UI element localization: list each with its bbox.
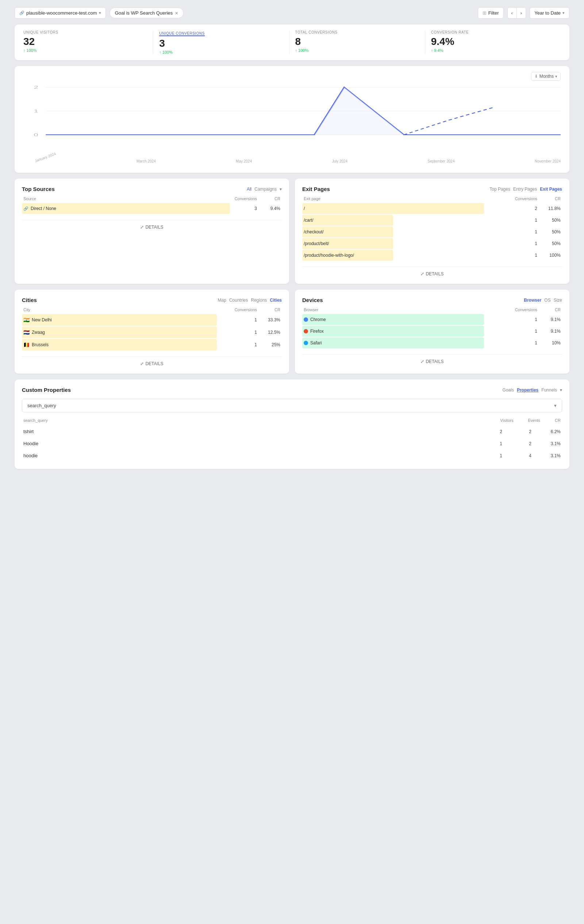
svg-text:0: 0 [34, 132, 38, 137]
tab-campaigns[interactable]: Campaigns [254, 186, 277, 192]
row-label: /product/hoodie-with-logo/ [304, 253, 354, 258]
browser-dot [304, 329, 308, 333]
tab-exit-pages[interactable]: Exit Pages [540, 186, 562, 192]
list-item[interactable]: 🇧🇪 Brussels 1 25% [22, 339, 282, 351]
col-browser: Browser [304, 307, 318, 312]
list-item[interactable]: /product/hoodie-with-logo/ 1 100% [302, 250, 562, 261]
row-cr: 11.8% [546, 206, 561, 211]
tab-map[interactable]: Map [218, 298, 226, 303]
tab-countries[interactable]: Countries [229, 298, 248, 303]
tab-goals[interactable]: Goals [503, 388, 514, 393]
row-cr: 33.3% [266, 317, 280, 322]
svg-text:1: 1 [34, 109, 38, 113]
stats-bar: UNIQUE VISITORS 32 ↑ 100% UNIQUE CONVERS… [15, 25, 569, 60]
tab-all[interactable]: All [247, 186, 252, 192]
svg-text:2: 2 [34, 85, 38, 89]
domain-selector[interactable]: 🔗 plausible-woocommerce-test.com ▾ [15, 7, 106, 19]
list-item[interactable]: /cart/ 1 50% [302, 215, 562, 226]
list-item[interactable]: Hoodie 1 2 3.1% [22, 437, 562, 450]
goal-close-button[interactable]: × [175, 10, 178, 16]
list-item[interactable]: / 2 11.8% [302, 203, 562, 214]
devices-title: Devices [302, 297, 323, 303]
filter-button[interactable]: ⊞ Filter [478, 7, 504, 19]
stat-total-conversions[interactable]: TOTAL CONVERSIONS 8 ↑ 100% [290, 30, 425, 54]
months-button[interactable]: ⬇ Months ▾ [531, 72, 561, 81]
filter-icon: ⊞ [482, 10, 487, 16]
stat-conversion-rate[interactable]: CONVERSION RATE 9.4% ↑ 9.4% [425, 30, 561, 54]
top-sources-panel: Top Sources All Campaigns ▾ Source Conve… [15, 178, 289, 284]
cities-panel: Cities Map Countries Regions Cities City… [15, 290, 289, 374]
col-city: City [23, 307, 30, 312]
tab-entry-pages[interactable]: Entry Pages [513, 186, 537, 192]
cp-row-cr: 3.1% [546, 453, 561, 458]
total-conversions-label: TOTAL CONVERSIONS [295, 30, 419, 34]
date-range-selector[interactable]: Year to Date ▾ [530, 7, 569, 19]
prev-arrow[interactable]: ‹ [508, 8, 517, 18]
row-conversions: 1 [242, 317, 257, 322]
list-item[interactable]: /checkout/ 1 50% [302, 226, 562, 238]
cp-dropdown[interactable]: search_query ▾ [22, 399, 562, 412]
exit-pages-details-button[interactable]: ⤢ DETAILS [421, 271, 444, 276]
browser-dot [304, 341, 308, 345]
campaigns-chevron-icon: ▾ [280, 186, 282, 192]
stat-unique-visitors[interactable]: UNIQUE VISITORS 32 ↑ 100% [23, 30, 153, 54]
top-sources-rows: 🔗 Direct / None 3 9.4% [22, 203, 282, 214]
row-cr: 12.5% [266, 330, 280, 335]
tab-funnels[interactable]: Funnels [541, 388, 557, 393]
expand-icon-devices: ⤢ [421, 359, 424, 364]
flag-icon: 🇳🇱 [23, 330, 30, 335]
list-item[interactable]: Chrome 1 9.1% [302, 314, 562, 325]
x-label-nov: November 2024 [535, 159, 561, 163]
cities-details-button[interactable]: ⤢ DETAILS [140, 361, 163, 366]
tab-properties[interactable]: Properties [517, 388, 538, 393]
cp-col-property: search_query [23, 418, 48, 422]
cp-row-visitors: 2 [488, 429, 502, 434]
devices-details-button[interactable]: ⤢ DETAILS [421, 359, 444, 364]
list-item[interactable]: 🇳🇱 Zwaag 1 12.5% [22, 327, 282, 338]
col-conversions-cities: Conversions [235, 307, 257, 312]
tab-top-pages[interactable]: Top Pages [489, 186, 510, 192]
tab-os[interactable]: OS [544, 298, 550, 303]
cp-col-events: Events [528, 418, 540, 422]
cp-row-cr: 3.1% [546, 441, 561, 446]
tab-regions[interactable]: Regions [251, 298, 267, 303]
row-label: /product/belt/ [304, 241, 329, 246]
chart-area: 2 1 0 January 2024 March 2024 May 2024 J… [23, 84, 561, 164]
cp-row-events: 2 [517, 429, 531, 434]
cp-row-label: hoodie [23, 453, 38, 458]
list-item[interactable]: /product/belt/ 1 50% [302, 238, 562, 249]
funnels-chevron-icon: ▾ [560, 388, 562, 393]
list-item[interactable]: hoodie 1 4 3.1% [22, 450, 562, 462]
date-nav: ‹ › [507, 7, 526, 19]
row-cr: 9.1% [546, 317, 561, 322]
row-label: Zwaag [32, 330, 45, 335]
date-range-label: Year to Date [535, 10, 561, 16]
row-conversions: 2 [523, 206, 537, 211]
tab-size[interactable]: Size [554, 298, 562, 303]
x-label-may: May 2024 [236, 159, 252, 163]
row-label: / [304, 206, 305, 211]
next-arrow[interactable]: › [517, 8, 526, 18]
top-sources-details-button[interactable]: ⤢ DETAILS [140, 224, 163, 230]
tab-browser[interactable]: Browser [524, 298, 541, 303]
list-item[interactable]: 🔗 Direct / None 3 9.4% [22, 203, 282, 214]
cities-col-headers: City Conversions CR [22, 307, 282, 312]
list-item[interactable]: 🇮🇳 New Delhi 1 33.3% [22, 314, 282, 326]
col-conversions-ep: Conversions [515, 196, 537, 201]
unique-visitors-label: UNIQUE VISITORS [23, 30, 147, 34]
stat-unique-conversions[interactable]: UNIQUE CONVERSIONS 3 ↑ 100% [153, 30, 289, 54]
row-cr: 10% [546, 340, 561, 345]
list-item[interactable]: Firefox 1 9.1% [302, 326, 562, 337]
top-sources-col-headers: Source Conversions CR [22, 196, 282, 201]
list-item[interactable]: tshirt 2 2 6.2% [22, 426, 562, 437]
row-label: Chrome [310, 317, 326, 322]
row-label: Brussels [32, 342, 49, 347]
cities-rows: 🇮🇳 New Delhi 1 33.3% 🇳🇱 Zwaag 1 12.5% 🇧🇪… [22, 314, 282, 351]
cp-table-header: search_query Visitors Events CR [22, 417, 562, 424]
filter-label: Filter [489, 10, 499, 16]
tab-cities[interactable]: Cities [270, 298, 282, 303]
row-conversions: 1 [523, 253, 537, 258]
devices-tabs: Browser OS Size [524, 298, 562, 303]
domain-chevron-icon: ▾ [99, 11, 101, 15]
list-item[interactable]: Safari 1 10% [302, 337, 562, 348]
